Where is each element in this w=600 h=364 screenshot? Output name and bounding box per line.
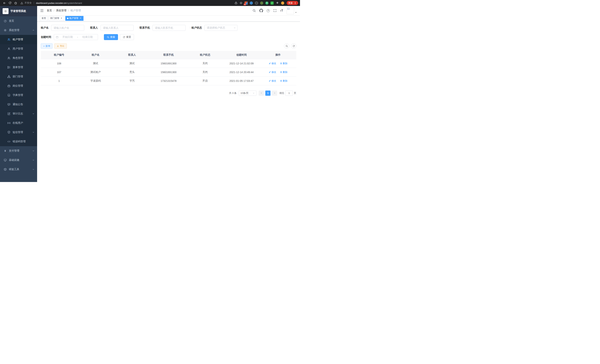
reset-button[interactable]: 重置 [120,34,134,40]
edit-link[interactable]: 修改 [269,79,276,83]
status-select[interactable]: 请选择租户状态 [205,25,237,31]
avatar[interactable] [287,7,294,14]
sidebar-item-system[interactable]: 系统管理 [0,26,37,35]
phone-input[interactable] [152,25,186,31]
trash-icon [280,71,282,73]
extension-icon-green[interactable] [260,1,263,5]
sidebar-item-tenant[interactable]: 租户管理 [0,35,37,44]
address-bar[interactable]: 不安全 dashboard.yudao.iocoder.cn/system/te… [20,1,232,5]
field-label: 创建时间 [41,36,51,39]
cell-created-at: 2021-01-05 17:03:47 [223,76,260,85]
delete-link[interactable]: 删除 [280,71,288,74]
chevron-right-icon [273,92,276,94]
search-icon[interactable] [253,9,256,12]
gear-icon [4,29,7,32]
sidebar-item-pay[interactable]: ¥ 支付管理 [0,146,37,156]
url-path: /system/tenant [66,2,82,4]
sidebar-item-user[interactable]: 用户管理 [0,44,37,53]
delete-link[interactable]: 删除 [280,62,288,65]
edit-link[interactable]: 修改 [269,62,276,65]
home-icon [14,1,17,5]
sidebar-item-post[interactable]: 岗位管理 [0,81,37,91]
browser-back-button[interactable] [2,0,7,5]
fullscreen-icon[interactable] [273,9,277,12]
page-button-1[interactable]: 1 [265,91,271,96]
sidebar-item-dict[interactable]: 字典管理 [0,91,37,100]
browser-reload-button[interactable] [7,0,13,5]
sidebar-item-label: 错误码管理 [13,140,26,143]
breadcrumb-system[interactable]: 系统管理 [56,9,66,12]
filter-tenant-name: 租户名 [41,25,84,31]
end-date-placeholder: 结束日期 [79,36,96,39]
profile-avatar-icon[interactable] [281,1,284,5]
sidebar-item-dev-tool[interactable]: 研发工具 [0,165,37,174]
tag-home[interactable]: 首页 [40,16,48,21]
cell-phone: 15601691300 [150,68,187,76]
extension-icon-globe[interactable] [255,1,258,5]
browser-menu-kebab-icon[interactable]: ⋮ [294,2,297,4]
user-icon [7,47,10,50]
github-icon[interactable] [259,9,263,12]
sidebar-item-notice[interactable]: 通知公告 [0,100,37,109]
close-icon[interactable]: × [60,17,63,20]
add-button[interactable]: + 新增 [41,43,53,49]
sidebar-item-online-user[interactable]: 在线用户 [0,118,37,128]
roles-icon [7,56,10,60]
export-button[interactable]: 导出 [54,43,67,49]
sidebar-item-sms[interactable]: 短信管理 [0,128,37,137]
sidebar-item-role[interactable]: 角色管理 [0,53,37,63]
sidebar-collapse-button[interactable] [40,9,44,12]
tag-tenant-active[interactable]: 租户管理 × [65,16,84,21]
shield-icon [7,131,10,134]
contact-input[interactable] [101,25,134,31]
date-range-picker[interactable]: 开始日期 - 结束日期 [54,34,98,40]
sidebar-item-label: 用户管理 [13,47,23,50]
font-size-icon[interactable]: TT [280,9,283,12]
page-size-select[interactable]: 10条/页 [239,91,256,96]
user-avatar-menu[interactable] [287,7,297,14]
edit-link[interactable]: 修改 [269,71,276,74]
table-toolbar: + 新增 导出 [41,43,296,49]
close-icon[interactable]: × [79,17,82,20]
cell-phone: 15601691300 [150,59,187,68]
tenant-name-input[interactable] [51,25,84,31]
sidebar-item-audit-log[interactable]: 审计日志 [0,109,37,118]
refresh-icon [123,36,125,38]
refresh-table-button[interactable] [291,43,296,49]
sidebar-item-label: 基础设施 [9,159,19,162]
prev-page-button[interactable] [259,91,264,96]
extensions-puzzle-icon[interactable] [276,1,279,5]
search-button[interactable]: 搜索 [104,34,118,40]
calendar-icon [56,36,58,38]
extension-icon-shield[interactable] [250,1,253,5]
sidebar-item-home[interactable]: 首页 [0,16,37,26]
extension-icon-adblock[interactable]: 10 [244,1,248,5]
sidebar-logo[interactable]: 芋道管理系统 [0,6,37,16]
share-icon[interactable] [234,1,237,4]
sidebar-item-dept[interactable]: 部门管理 [0,72,37,81]
sidebar-item-infra[interactable]: 基础设施 [0,156,37,165]
extension-icon-y[interactable]: Y [265,1,268,5]
sidebar-item-label: 审计日志 [13,112,23,115]
cell-contact: 测试 [114,59,150,68]
bookmark-star-icon[interactable] [240,1,243,4]
extension-icon-chat[interactable]: ✓ [271,1,274,5]
tag-dept[interactable]: 部门管理 × [49,16,64,21]
toggle-search-button[interactable] [284,43,289,49]
browser-home-button[interactable] [13,0,18,5]
page-content: 租户名 联系人 联系手机 租户状态 请选择租户状态 [37,21,300,182]
url-host: dashboard.yudao.iocoder.cn [36,2,66,4]
delete-link[interactable]: 删除 [280,79,288,83]
message-bubble-icon [7,103,10,106]
sidebar-item-error-code[interactable]: 错误码管理 [0,137,37,146]
field-label: 租户名 [41,26,49,29]
help-icon[interactable]: ? [267,9,270,12]
sidebar-item-menu[interactable]: 菜单管理 [0,63,37,72]
goto-page-input[interactable] [285,91,293,96]
chevron-up-icon [32,29,35,31]
next-page-button[interactable] [272,91,277,96]
breadcrumb-home[interactable]: 首页 [47,9,52,12]
chrome-update-button[interactable]: 更新 ⋮ [287,1,298,5]
sidebar-item-label: 岗位管理 [13,84,23,88]
cell-status: 关闭 [187,68,223,76]
